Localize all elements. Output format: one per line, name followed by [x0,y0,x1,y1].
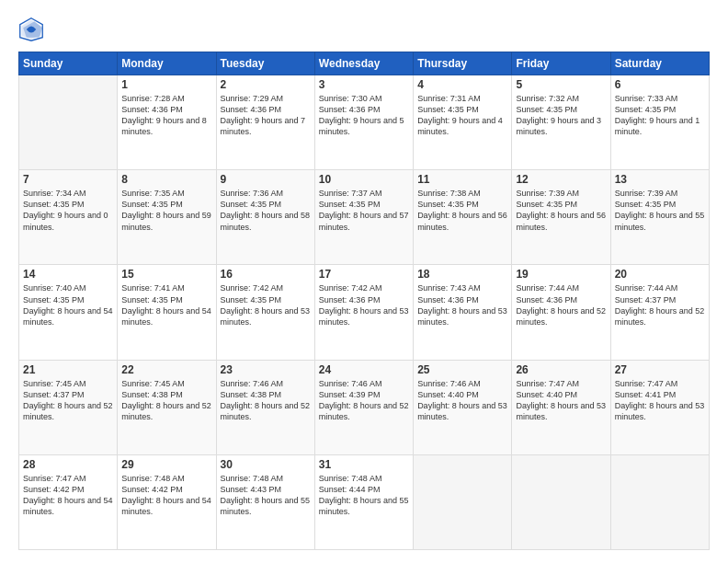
day-number: 2 [221,78,311,91]
logo [18,17,48,42]
calendar-cell: 10Sunrise: 7:37 AMSunset: 4:35 PMDayligh… [314,170,413,265]
day-number: 12 [516,173,606,186]
day-number: 17 [319,268,409,281]
day-number: 16 [221,268,311,281]
calendar-cell: 6Sunrise: 7:33 AMSunset: 4:35 PMDaylight… [610,75,709,170]
calendar-cell: 9Sunrise: 7:36 AMSunset: 4:35 PMDaylight… [216,170,314,265]
weekday-header: Friday [512,52,610,75]
day-info: Sunrise: 7:33 AMSunset: 4:35 PMDaylight:… [615,93,705,138]
calendar-cell [512,454,610,549]
day-info: Sunrise: 7:47 AMSunset: 4:40 PMDaylight:… [516,378,606,423]
weekday-header: Wednesday [314,52,413,75]
calendar-cell: 7Sunrise: 7:34 AMSunset: 4:35 PMDaylight… [19,170,118,265]
calendar-cell: 27Sunrise: 7:47 AMSunset: 4:41 PMDayligh… [610,360,709,454]
day-info: Sunrise: 7:39 AMSunset: 4:35 PMDaylight:… [615,188,705,233]
day-number: 30 [221,458,311,471]
day-info: Sunrise: 7:47 AMSunset: 4:42 PMDaylight:… [23,473,113,518]
day-info: Sunrise: 7:36 AMSunset: 4:35 PMDaylight:… [221,188,311,233]
day-info: Sunrise: 7:47 AMSunset: 4:41 PMDaylight:… [615,378,705,423]
calendar-cell: 18Sunrise: 7:43 AMSunset: 4:36 PMDayligh… [414,265,512,360]
calendar-cell: 17Sunrise: 7:42 AMSunset: 4:36 PMDayligh… [314,265,413,360]
day-info: Sunrise: 7:48 AMSunset: 4:44 PMDaylight:… [319,473,409,518]
calendar-cell [414,454,512,549]
day-info: Sunrise: 7:28 AMSunset: 4:36 PMDaylight:… [121,93,211,138]
calendar-cell: 1Sunrise: 7:28 AMSunset: 4:36 PMDaylight… [118,75,216,170]
day-number: 6 [615,78,705,91]
day-info: Sunrise: 7:43 AMSunset: 4:36 PMDaylight:… [417,282,507,327]
day-info: Sunrise: 7:32 AMSunset: 4:35 PMDaylight:… [516,93,606,138]
day-number: 14 [23,268,113,281]
calendar-cell: 8Sunrise: 7:35 AMSunset: 4:35 PMDaylight… [118,170,216,265]
day-info: Sunrise: 7:46 AMSunset: 4:39 PMDaylight:… [319,378,409,423]
calendar-table: SundayMondayTuesdayWednesdayThursdayFrid… [18,52,710,550]
calendar-header-row: SundayMondayTuesdayWednesdayThursdayFrid… [19,52,710,75]
calendar-week-row: 14Sunrise: 7:40 AMSunset: 4:35 PMDayligh… [19,265,710,360]
day-number: 5 [516,78,606,91]
weekday-header: Tuesday [216,52,314,75]
calendar-cell: 5Sunrise: 7:32 AMSunset: 4:35 PMDaylight… [512,75,610,170]
logo-icon [18,17,44,42]
header [18,17,710,42]
day-number: 13 [615,173,705,186]
day-number: 31 [319,458,409,471]
calendar-cell: 19Sunrise: 7:44 AMSunset: 4:36 PMDayligh… [512,265,610,360]
day-info: Sunrise: 7:30 AMSunset: 4:36 PMDaylight:… [319,93,409,138]
weekday-header: Sunday [19,52,118,75]
day-number: 27 [615,363,705,376]
day-info: Sunrise: 7:46 AMSunset: 4:40 PMDaylight:… [417,378,507,423]
calendar-cell: 26Sunrise: 7:47 AMSunset: 4:40 PMDayligh… [512,360,610,454]
day-info: Sunrise: 7:40 AMSunset: 4:35 PMDaylight:… [23,282,113,327]
calendar-cell: 12Sunrise: 7:39 AMSunset: 4:35 PMDayligh… [512,170,610,265]
day-number: 29 [121,458,211,471]
day-number: 20 [615,268,705,281]
weekday-header: Monday [118,52,216,75]
day-info: Sunrise: 7:45 AMSunset: 4:38 PMDaylight:… [121,378,211,423]
calendar-cell: 31Sunrise: 7:48 AMSunset: 4:44 PMDayligh… [314,454,413,549]
day-number: 18 [417,268,507,281]
calendar-cell [19,75,118,170]
day-number: 23 [221,363,311,376]
day-info: Sunrise: 7:45 AMSunset: 4:37 PMDaylight:… [23,378,113,423]
calendar-cell: 30Sunrise: 7:48 AMSunset: 4:43 PMDayligh… [216,454,314,549]
calendar-cell: 16Sunrise: 7:42 AMSunset: 4:35 PMDayligh… [216,265,314,360]
calendar-cell: 15Sunrise: 7:41 AMSunset: 4:35 PMDayligh… [118,265,216,360]
day-number: 28 [23,458,113,471]
calendar-cell: 25Sunrise: 7:46 AMSunset: 4:40 PMDayligh… [414,360,512,454]
calendar-cell: 23Sunrise: 7:46 AMSunset: 4:38 PMDayligh… [216,360,314,454]
day-info: Sunrise: 7:42 AMSunset: 4:36 PMDaylight:… [319,282,409,327]
calendar-week-row: 21Sunrise: 7:45 AMSunset: 4:37 PMDayligh… [19,360,710,454]
day-info: Sunrise: 7:46 AMSunset: 4:38 PMDaylight:… [221,378,311,423]
day-info: Sunrise: 7:44 AMSunset: 4:36 PMDaylight:… [516,282,606,327]
day-number: 3 [319,78,409,91]
day-number: 7 [23,173,113,186]
calendar-cell [610,454,709,549]
day-number: 10 [319,173,409,186]
day-number: 9 [221,173,311,186]
day-info: Sunrise: 7:35 AMSunset: 4:35 PMDaylight:… [121,188,211,233]
calendar-cell: 29Sunrise: 7:48 AMSunset: 4:42 PMDayligh… [118,454,216,549]
day-number: 22 [121,363,211,376]
calendar-week-row: 28Sunrise: 7:47 AMSunset: 4:42 PMDayligh… [19,454,710,549]
weekday-header: Thursday [414,52,512,75]
day-number: 26 [516,363,606,376]
day-info: Sunrise: 7:39 AMSunset: 4:35 PMDaylight:… [516,188,606,233]
page: SundayMondayTuesdayWednesdayThursdayFrid… [0,0,728,563]
day-number: 15 [121,268,211,281]
calendar-cell: 4Sunrise: 7:31 AMSunset: 4:35 PMDaylight… [414,75,512,170]
day-number: 25 [417,363,507,376]
weekday-header: Saturday [610,52,709,75]
day-info: Sunrise: 7:48 AMSunset: 4:43 PMDaylight:… [221,473,311,518]
day-info: Sunrise: 7:37 AMSunset: 4:35 PMDaylight:… [319,188,409,233]
day-info: Sunrise: 7:48 AMSunset: 4:42 PMDaylight:… [121,473,211,518]
calendar-cell: 13Sunrise: 7:39 AMSunset: 4:35 PMDayligh… [610,170,709,265]
calendar-cell: 3Sunrise: 7:30 AMSunset: 4:36 PMDaylight… [314,75,413,170]
day-info: Sunrise: 7:42 AMSunset: 4:35 PMDaylight:… [221,282,311,327]
calendar-cell: 22Sunrise: 7:45 AMSunset: 4:38 PMDayligh… [118,360,216,454]
day-info: Sunrise: 7:44 AMSunset: 4:37 PMDaylight:… [615,282,705,327]
calendar-cell: 20Sunrise: 7:44 AMSunset: 4:37 PMDayligh… [610,265,709,360]
calendar-cell: 21Sunrise: 7:45 AMSunset: 4:37 PMDayligh… [19,360,118,454]
day-info: Sunrise: 7:41 AMSunset: 4:35 PMDaylight:… [121,282,211,327]
calendar-cell: 14Sunrise: 7:40 AMSunset: 4:35 PMDayligh… [19,265,118,360]
day-number: 11 [417,173,507,186]
day-info: Sunrise: 7:38 AMSunset: 4:35 PMDaylight:… [417,188,507,233]
